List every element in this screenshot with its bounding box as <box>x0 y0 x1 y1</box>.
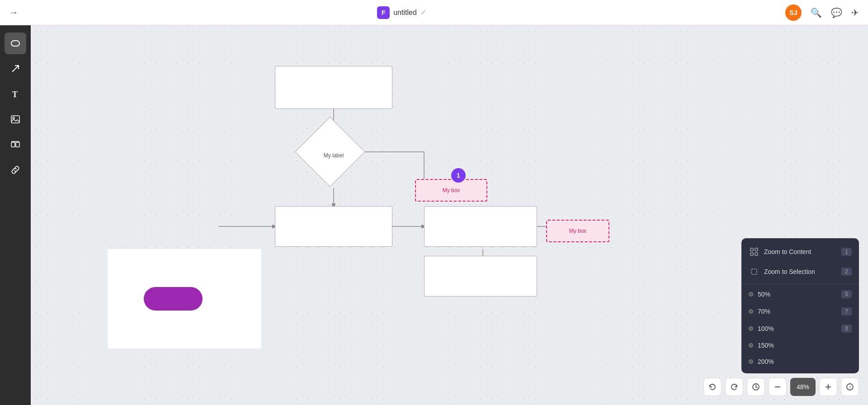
svg-rect-0 <box>11 41 19 46</box>
zoom-50-dot <box>749 292 753 297</box>
middle-rect-node[interactable] <box>275 206 392 247</box>
zoom-100-shortcut: 0 <box>841 325 852 333</box>
diamond-label: My label <box>324 152 344 159</box>
zoom-70-shortcut: 7 <box>841 307 852 316</box>
svg-rect-3 <box>11 116 19 123</box>
bottom-controls: 48% ? <box>703 378 859 396</box>
zoom-selection-icon <box>749 266 760 277</box>
menu-icon[interactable]: → <box>9 7 18 18</box>
zoom-to-selection-item[interactable]: Zoom to Selection 2 <box>741 262 859 282</box>
undo-button[interactable] <box>703 378 722 396</box>
zoom-50-item[interactable]: 50% 5 <box>741 286 859 303</box>
zoom-70-dot <box>749 309 753 314</box>
zoom-content-shortcut: 1 <box>841 248 852 256</box>
left-toolbar: T <box>0 25 31 405</box>
zoom-selection-shortcut: 2 <box>841 268 852 276</box>
zoom-150-item[interactable]: 150% <box>741 337 859 353</box>
svg-rect-6 <box>16 142 19 147</box>
zoom-150-dot <box>749 343 753 348</box>
right-rect-1[interactable] <box>424 206 537 247</box>
zoom-200-item[interactable]: 200% <box>741 353 859 370</box>
svg-rect-5 <box>11 142 15 147</box>
zoom-divider <box>741 283 859 284</box>
topbar-right: SJ 🔍 💬 ✈ <box>785 5 859 21</box>
svg-rect-17 <box>750 248 753 251</box>
zoom-dropdown: Zoom to Content 1 Zoom to Selection 2 50… <box>741 238 859 373</box>
history-button[interactable] <box>747 378 765 396</box>
sync-icon: ✓ <box>420 8 426 17</box>
svg-rect-20 <box>755 253 758 255</box>
document-title[interactable]: untitled <box>393 9 417 17</box>
user-avatar[interactable]: SJ <box>785 5 802 21</box>
shape-tool-button[interactable] <box>5 33 26 54</box>
search-icon[interactable]: 🔍 <box>811 7 822 18</box>
svg-line-1 <box>12 66 19 72</box>
diamond-node[interactable]: My label <box>305 127 362 184</box>
comments-icon[interactable]: 💬 <box>831 7 842 18</box>
top-rect-node[interactable] <box>275 66 392 109</box>
share-icon[interactable]: ✈ <box>851 7 859 18</box>
pink-box-2[interactable]: My box <box>546 220 609 242</box>
svg-rect-19 <box>750 253 753 255</box>
badge-1: 1 <box>451 168 466 183</box>
right-rect-2[interactable] <box>424 256 537 297</box>
svg-text:?: ? <box>849 385 851 390</box>
pill-node[interactable] <box>144 287 203 311</box>
arrow-tool-button[interactable] <box>5 58 26 80</box>
topbar-center: F untitled ✓ <box>377 6 426 19</box>
zoom-out-button[interactable] <box>769 378 787 396</box>
zoom-content-icon <box>749 246 760 257</box>
pink-box-1[interactable]: My box <box>415 179 487 202</box>
link-tool-button[interactable] <box>5 159 26 181</box>
svg-rect-18 <box>755 248 758 251</box>
svg-text:T: T <box>12 90 18 99</box>
zoom-100-item[interactable]: 100% 0 <box>741 320 859 337</box>
zoom-in-button[interactable] <box>819 378 837 396</box>
zoom-value-button[interactable]: 48% <box>790 378 816 396</box>
zoom-100-dot <box>749 326 753 331</box>
zoom-70-item[interactable]: 70% 7 <box>741 303 859 320</box>
large-container-node[interactable] <box>108 249 261 348</box>
topbar-left: → <box>9 7 18 18</box>
zoom-200-dot <box>749 359 753 364</box>
app-logo: F <box>377 6 390 19</box>
image-tool-button[interactable] <box>5 108 26 130</box>
text-tool-button[interactable]: T <box>5 83 26 105</box>
container-tool-button[interactable] <box>5 134 26 155</box>
help-button[interactable]: ? <box>841 378 859 396</box>
zoom-to-content-item[interactable]: Zoom to Content 1 <box>741 242 859 262</box>
topbar: → F untitled ✓ SJ 🔍 💬 ✈ <box>0 0 868 25</box>
redo-button[interactable] <box>725 378 743 396</box>
svg-rect-21 <box>751 269 757 274</box>
zoom-50-shortcut: 5 <box>841 290 852 298</box>
svg-point-4 <box>13 117 14 119</box>
